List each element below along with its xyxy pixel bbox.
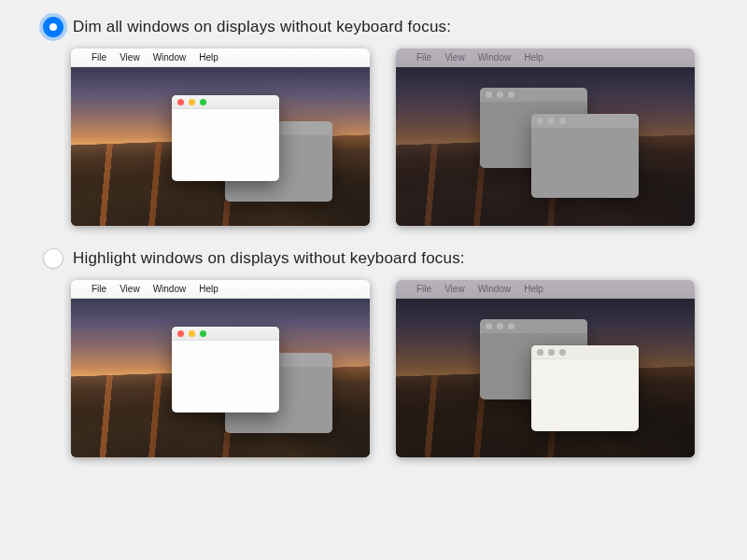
close-icon — [537, 349, 543, 356]
menu-window: Window — [153, 284, 187, 294]
radio-highlight[interactable] — [43, 248, 63, 269]
dim-preview-focused: File View Window Help — [71, 49, 370, 226]
zoom-icon — [559, 349, 566, 356]
menu-window: Window — [478, 52, 512, 63]
menu-file: File — [416, 52, 431, 63]
option-highlight: Highlight windows on displays without ke… — [34, 248, 713, 457]
zoom-icon — [200, 330, 206, 337]
menubar-unfocused: File View Window Help — [396, 280, 695, 299]
menu-view: View — [120, 284, 140, 294]
menubar-focused: File View Window Help — [71, 280, 370, 299]
highlight-preview-unfocused: File View Window Help — [396, 280, 695, 457]
dim-preview-unfocused: File View Window Help — [396, 49, 695, 226]
menubar-unfocused: File View Window Help — [396, 49, 695, 67]
menu-file: File — [416, 284, 431, 294]
menu-window: Window — [478, 284, 512, 294]
menu-file: File — [92, 52, 106, 63]
option-highlight-label: Highlight windows on displays without ke… — [73, 249, 465, 268]
minimize-icon — [189, 99, 195, 105]
window-foreground — [172, 95, 279, 181]
window-foreground — [172, 327, 279, 413]
menu-view: View — [444, 284, 465, 294]
menubar-focused: File View Window Help — [71, 49, 370, 67]
menu-window: Window — [153, 52, 187, 63]
menu-help: Help — [524, 284, 543, 294]
dim-previews: File View Window Help — [34, 49, 713, 226]
menu-file: File — [92, 284, 106, 294]
zoom-icon — [200, 99, 206, 105]
window-front-highlighted — [531, 345, 639, 431]
menu-view: View — [444, 52, 465, 63]
menu-help: Help — [199, 52, 218, 63]
menu-help: Help — [199, 284, 218, 294]
close-icon — [177, 99, 184, 105]
minimize-icon — [548, 349, 555, 356]
menu-help: Help — [524, 52, 543, 63]
option-dim: Dim all windows on displays without keyb… — [34, 17, 713, 226]
window-front-dimmed — [531, 114, 639, 198]
menu-view: View — [120, 52, 140, 63]
highlight-previews: File View Window Help — [34, 280, 713, 457]
minimize-icon — [189, 330, 195, 337]
close-icon — [177, 330, 184, 337]
highlight-preview-focused: File View Window Help — [71, 280, 370, 457]
option-dim-label: Dim all windows on displays without keyb… — [73, 18, 451, 36]
radio-dim[interactable] — [43, 17, 63, 37]
